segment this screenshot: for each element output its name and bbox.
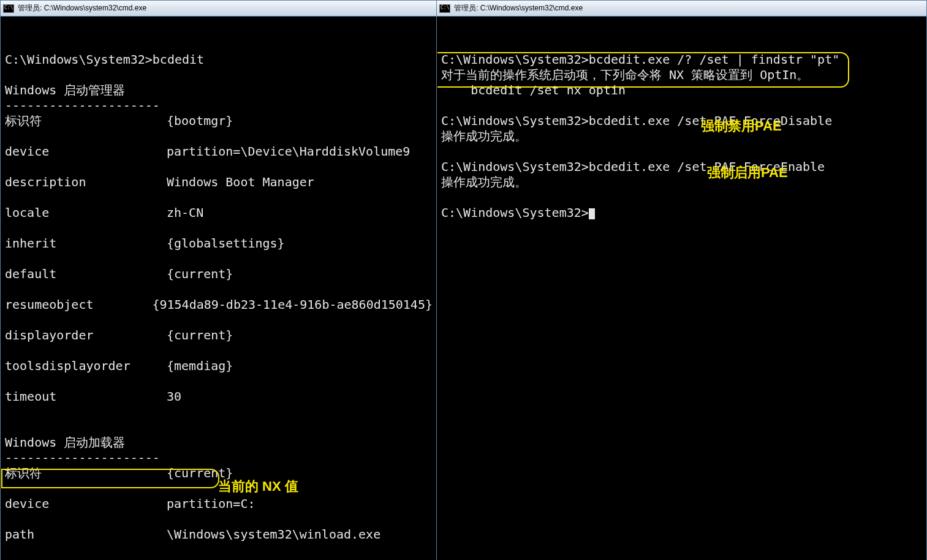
cmd-bcdedit: bcdedit [153,52,204,67]
prompt: C:\Windows\System32> [441,205,589,220]
prompt: C:\Windows\System32> [441,113,589,128]
out-help-line1: 对于当前的操作系统启动项，下列命令将 NX 策略设置到 OptIn。 [441,67,809,82]
blank-line [441,144,448,159]
val: {current} [167,328,233,343]
cmd-window-right: 管理员: C:\Windows\system32\cmd.exe C:\Wind… [436,0,927,560]
prompt: C:\Windows\System32> [5,52,153,67]
blank-line [441,98,448,113]
cmd-findstr: bcdedit.exe /? /set | findstr "pt" [589,52,839,67]
cmd-window-left: 管理员: C:\Windows\system32\cmd.exe C:\Wind… [0,0,437,560]
titlebar-right[interactable]: 管理员: C:\Windows\system32\cmd.exe [437,1,926,17]
terminal-left-content: C:\Windows\System32>bcdedit Windows 启动管理… [1,17,436,560]
key: path [5,527,167,542]
section-dashes: --------------------- [5,98,160,113]
key: inherit [5,236,167,251]
val: \Windows\system32\winload.exe [167,527,380,542]
val: {globalsettings} [167,236,285,251]
val: Windows Boot Manager [167,175,314,190]
cursor-icon [589,208,595,219]
key: 标识符 [5,113,167,129]
key: displayorder [5,328,167,343]
blank-line [441,190,448,205]
terminal-right-content: C:\Windows\System32>bcdedit.exe /? /set … [437,17,926,241]
key: toolsdisplayorder [5,358,167,374]
val: Windows 7 [167,558,233,560]
section-dashes: --------------------- [5,450,160,465]
section-bootmgr-title: Windows 启动管理器 [5,83,125,97]
key: timeout [5,389,167,404]
blank-line [5,37,12,51]
val: zh-CN [167,205,203,221]
cmd-icon [3,4,14,13]
titlebar-left[interactable]: 管理员: C:\Windows\system32\cmd.exe [1,1,437,17]
cmd-icon [439,4,450,13]
terminal-left[interactable]: C:\Windows\System32>bcdedit Windows 启动管理… [1,17,436,560]
key: locale [5,205,167,221]
val: 30 [167,389,181,404]
blank-line [5,420,12,434]
out-help-line2: bcdedit /set nx optin [441,83,626,97]
val: {current} [167,267,233,282]
val: {memdiag} [167,358,233,374]
out-success-1: 操作成功完成。 [441,129,527,143]
blank-line [5,67,12,82]
val: {current} [167,466,233,481]
cmd-pae-enable: bcdedit.exe /set PAE ForceEnable [589,159,825,174]
key: description [5,175,167,190]
key: device [5,496,167,512]
window-title-left: 管理员: C:\Windows\system32\cmd.exe [18,3,146,13]
key: description [5,558,167,560]
val: partition=\Device\HarddiskVolume9 [167,144,410,159]
key: 标识符 [5,466,167,481]
key: resumeobject [5,297,152,312]
terminal-right[interactable]: C:\Windows\System32>bcdedit.exe /? /set … [437,17,926,560]
val: partition=C: [167,496,255,512]
prompt: C:\Windows\System32> [441,52,589,67]
blank-line [441,37,448,51]
window-title-right: 管理员: C:\Windows\system32\cmd.exe [454,3,583,13]
val: {bootmgr} [167,113,233,129]
section-loader-title: Windows 启动加载器 [5,435,125,450]
val: {9154da89-db23-11e4-916b-ae860d150145} [152,297,433,312]
out-success-2: 操作成功完成。 [441,175,527,189]
key: default [5,267,167,282]
prompt: C:\Windows\System32> [441,159,589,174]
cmd-pae-disable: bcdedit.exe /set PAE ForceDisable [589,113,832,128]
key: device [5,144,167,159]
